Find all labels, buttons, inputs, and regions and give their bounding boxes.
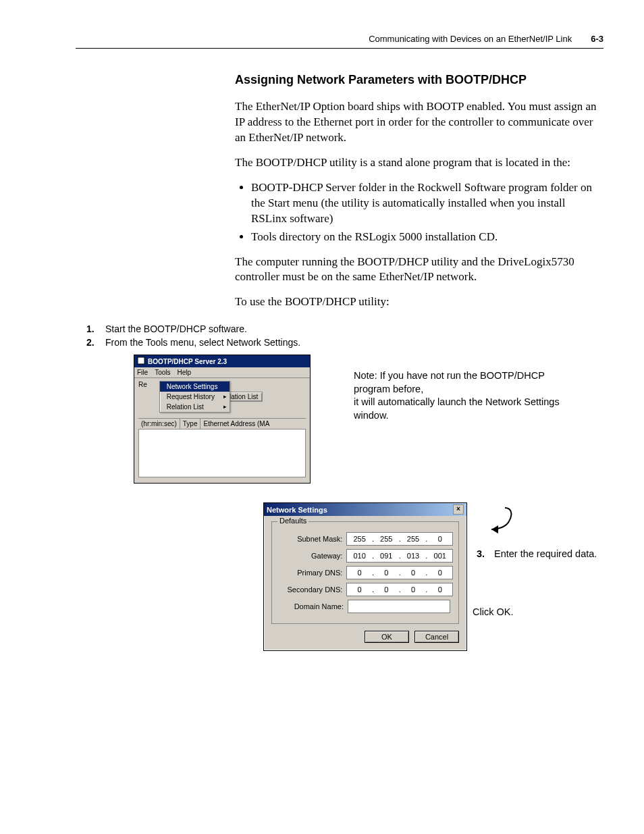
ip-octet[interactable]: 255: [378, 535, 394, 543]
gateway-input[interactable]: 010. 091. 013. 001: [346, 549, 453, 563]
dialog-title: Network Settings: [267, 506, 327, 514]
menu-tools[interactable]: Tools: [155, 369, 170, 376]
secondary-dns-input[interactable]: 0. 0. 0. 0: [346, 583, 453, 596]
click-ok-text: Click OK.: [473, 606, 597, 617]
tools-dropdown: Network Settings Request History Relatio…: [159, 381, 231, 413]
partial-label: Re: [138, 381, 147, 388]
ip-octet[interactable]: 010: [352, 552, 368, 560]
section-bullet: BOOTP-DHCP Server folder in the Rockwell…: [251, 180, 603, 227]
column-ethernet: Ethernet Address (MA: [200, 419, 306, 429]
column-time: (hr:min:sec): [138, 419, 180, 429]
svg-rect-0: [138, 357, 144, 364]
curved-arrow-icon: [471, 502, 518, 543]
subnet-mask-label: Subnet Mask:: [277, 535, 346, 543]
ip-octet[interactable]: 255: [405, 535, 421, 543]
ip-octet[interactable]: 0: [432, 535, 448, 543]
ip-octet[interactable]: 001: [432, 552, 448, 560]
menu-help[interactable]: Help: [177, 369, 191, 376]
group-defaults: Defaults: [277, 517, 308, 525]
ip-octet[interactable]: 0: [352, 569, 368, 577]
page-number: 6-3: [591, 34, 603, 44]
note-line-2: it will automatically launch the Network…: [354, 396, 570, 422]
primary-dns-label: Primary DNS:: [277, 569, 346, 577]
section-paragraph-4: To use the BOOTP/DHCP utility:: [235, 294, 603, 310]
menu-file[interactable]: File: [137, 369, 148, 376]
ip-octet[interactable]: 255: [352, 535, 368, 543]
ip-octet[interactable]: 091: [378, 552, 394, 560]
ip-octet[interactable]: 0: [405, 585, 421, 594]
ip-octet[interactable]: 0: [352, 585, 368, 594]
ip-octet[interactable]: 0: [378, 585, 394, 594]
note-block: Note: If you have not run the BOOTP/DHCP…: [354, 369, 570, 422]
bootp-list-area: [138, 429, 306, 477]
menu-item-request-history[interactable]: Request History: [160, 392, 230, 402]
bootp-window: BOOTP/DHCP Server 2.3 File Tools Help Re…: [134, 355, 311, 484]
svg-marker-1: [491, 525, 498, 533]
step-3: 3. Enter the required data.: [477, 548, 597, 559]
ip-octet[interactable]: 0: [432, 569, 448, 577]
section-paragraph-2: The BOOTP/DHCP utility is a stand alone …: [235, 155, 603, 171]
ip-octet[interactable]: 013: [405, 552, 421, 560]
close-icon[interactable]: ×: [453, 504, 464, 515]
bootp-menubar: File Tools Help: [134, 367, 310, 378]
bootp-columns: (hr:min:sec) Type Ethernet Address (MA: [138, 418, 306, 429]
domain-name-label: Domain Name:: [277, 602, 348, 610]
note-line-1: Note: If you have not run the BOOTP/DHCP…: [354, 369, 570, 396]
step-number: 3.: [477, 548, 494, 559]
column-type: Type: [180, 419, 201, 429]
ip-octet[interactable]: 0: [378, 569, 394, 577]
menu-item-relation-list[interactable]: Relation List: [160, 402, 230, 412]
ip-octet[interactable]: 0: [405, 569, 421, 577]
gateway-label: Gateway:: [277, 552, 346, 560]
header-rule: [76, 48, 603, 49]
bootp-title-bar: BOOTP/DHCP Server 2.3: [134, 355, 310, 367]
app-icon: [137, 357, 145, 366]
menu-item-network-settings[interactable]: Network Settings: [160, 382, 230, 392]
running-header: Communicating with Devices on an EtherNe…: [47, 34, 603, 44]
section-paragraph-1: The EtherNet/IP Option board ships with …: [235, 99, 603, 146]
subnet-mask-input[interactable]: 255. 255. 255. 0: [346, 532, 453, 546]
running-title: Communicating with Devices on an EtherNe…: [369, 34, 572, 44]
ok-button[interactable]: OK: [365, 631, 409, 643]
network-settings-dialog: Network Settings × Defaults Subnet Mask:…: [263, 502, 467, 651]
primary-dns-input[interactable]: 0. 0. 0. 0: [346, 566, 453, 579]
step-number: 2.: [86, 337, 105, 348]
secondary-dns-label: Secondary DNS:: [277, 585, 346, 594]
domain-name-input[interactable]: [348, 600, 450, 613]
dialog-title-bar: Network Settings ×: [264, 503, 466, 516]
section-paragraph-3: The computer running the BOOTP/DHCP util…: [235, 255, 603, 286]
section-bullet: Tools directory on the RSLogix 5000 inst…: [251, 230, 603, 245]
step-text: From the Tools menu, select Network Sett…: [105, 337, 300, 348]
ip-octet[interactable]: 0: [432, 585, 448, 594]
step-text: Enter the required data.: [494, 548, 597, 559]
section-heading: Assigning Network Parameters with BOOTP/…: [235, 73, 603, 87]
step-number: 1.: [86, 323, 105, 334]
bootp-window-title: BOOTP/DHCP Server 2.3: [148, 358, 227, 365]
section-bullet-list: BOOTP-DHCP Server folder in the Rockwell…: [235, 180, 603, 245]
cancel-button[interactable]: Cancel: [414, 631, 459, 643]
step-text: Start the BOOTP/DHCP software.: [105, 323, 247, 334]
